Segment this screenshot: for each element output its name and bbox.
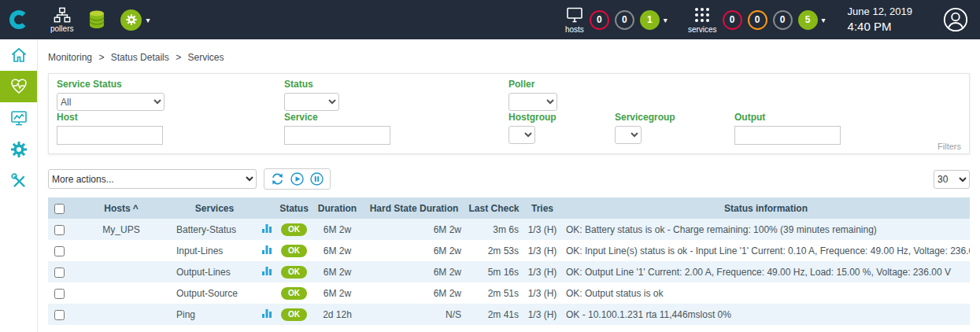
chevron-down-icon[interactable]: ▾ — [664, 16, 668, 24]
status-badge: OK — [281, 245, 307, 257]
refresh-icon[interactable] — [270, 172, 285, 186]
col-header-last-check[interactable]: Last Check — [465, 197, 523, 219]
last-check-cell: 2m 51s — [465, 282, 523, 304]
sidebar-item-reporting[interactable] — [0, 102, 37, 134]
tries-cell: 1/3 (H) — [523, 261, 562, 282]
graph-icon[interactable] — [261, 265, 272, 276]
row-checkbox[interactable] — [54, 225, 65, 235]
col-header-services[interactable]: Services — [172, 197, 257, 219]
status-label: Status — [284, 79, 313, 90]
services-warning-badge[interactable]: 0 — [748, 10, 767, 30]
breadcrumb-monitoring[interactable]: Monitoring — [48, 52, 92, 63]
host-name — [70, 240, 172, 261]
hosts-up-badge[interactable]: 1 — [640, 10, 660, 30]
host-name — [70, 304, 172, 325]
home-icon — [9, 46, 28, 65]
status-information-cell: OK: Battery status is ok - Charge remain… — [562, 219, 970, 240]
service-name[interactable]: Output-Lines — [172, 261, 257, 282]
play-icon[interactable] — [290, 172, 305, 186]
host-name — [70, 282, 172, 304]
database-icon — [87, 9, 106, 30]
duration-cell: 6M 2w — [312, 240, 363, 261]
hard-state-duration-cell: 6M 2w — [363, 240, 465, 261]
row-checkbox[interactable] — [54, 267, 65, 278]
date-text: June 12, 2019 — [848, 6, 912, 19]
chevron-down-icon[interactable]: ▾ — [822, 16, 826, 24]
pollers-menu[interactable]: pollers — [50, 6, 73, 33]
centreon-logo-icon — [9, 10, 28, 29]
more-actions-select[interactable]: More actions... — [48, 169, 257, 189]
database-status-button[interactable] — [87, 9, 106, 30]
services-menu[interactable]: services — [688, 6, 717, 34]
servicegroup-select[interactable] — [615, 126, 642, 144]
user-icon — [942, 6, 969, 33]
last-check-cell: 3m 6s — [465, 219, 523, 240]
service-name[interactable]: Ping — [172, 304, 257, 325]
hosts-menu[interactable]: hosts — [565, 6, 584, 34]
service-status-select[interactable]: All — [57, 93, 165, 111]
col-header-status[interactable]: Status — [276, 197, 312, 219]
centreon-logo[interactable] — [0, 0, 38, 39]
poller-status-icon — [120, 9, 142, 31]
table-row: Output-Source OK 6M 2w 6M 2w 2m 51s 1/3 … — [48, 282, 970, 304]
sidebar-item-administration[interactable] — [0, 165, 37, 197]
services-icon — [693, 6, 712, 24]
duration-cell: 2d 12h — [312, 304, 363, 325]
sidebar-item-configuration[interactable] — [0, 134, 37, 165]
reporting-icon — [9, 109, 28, 127]
row-checkbox[interactable] — [54, 246, 65, 256]
breadcrumb-status-details[interactable]: Status Details — [111, 52, 169, 63]
output-input[interactable] — [734, 126, 841, 145]
service-name[interactable]: Battery-Status — [172, 219, 257, 240]
filter-panel: Service Status All Status Poller Host Se… — [48, 73, 970, 154]
hostgroup-select[interactable] — [508, 126, 535, 144]
services-label: services — [688, 26, 717, 34]
poller-select[interactable] — [508, 93, 557, 111]
status-badge: OK — [281, 266, 307, 279]
col-header-status-information[interactable]: Status information — [562, 197, 970, 219]
service-name[interactable]: Output-Source — [172, 282, 257, 304]
servicegroup-label: Servicegroup — [615, 112, 675, 123]
graph-icon[interactable] — [261, 308, 272, 319]
sidebar-item-home[interactable] — [0, 39, 37, 71]
host-input[interactable] — [57, 126, 163, 145]
hard-state-duration-cell: 6M 2w — [363, 261, 465, 282]
poller-label: Poller — [508, 79, 534, 90]
sidebar-item-monitoring[interactable] — [0, 71, 37, 102]
services-critical-badge[interactable]: 0 — [723, 10, 742, 30]
col-header-hosts[interactable]: Hosts^ — [70, 197, 172, 219]
hard-state-duration-cell: N/S — [363, 304, 465, 325]
col-header-hard-state-duration[interactable]: Hard State Duration — [363, 197, 465, 219]
hosts-down-badge[interactable]: 0 — [590, 10, 609, 30]
status-badge: OK — [281, 308, 307, 321]
service-name[interactable]: Input-Lines — [172, 240, 257, 261]
status-information-cell: OK: Input Line(s) status is ok - Input L… — [562, 240, 970, 261]
breadcrumb-services[interactable]: Services — [187, 52, 224, 63]
chevron-down-icon[interactable]: ▾ — [146, 16, 150, 24]
select-all-checkbox[interactable] — [54, 204, 65, 214]
service-input[interactable] — [284, 126, 390, 145]
status-information-cell: OK - 10.100.1.231 rta 11,446mslost 0% — [562, 304, 970, 325]
hosts-status-group: hosts 0 0 1 ▾ — [565, 6, 668, 34]
col-header-duration[interactable]: Duration — [312, 197, 363, 219]
table-header-row: Hosts^ Services Status Duration Hard Sta… — [48, 197, 970, 219]
services-unknown-badge[interactable]: 0 — [773, 10, 793, 30]
row-checkbox[interactable] — [54, 289, 65, 299]
tries-cell: 1/3 (H) — [523, 240, 562, 261]
pause-icon[interactable] — [309, 172, 324, 186]
toolbar: More actions... 30 — [48, 168, 970, 190]
page-size-select[interactable]: 30 — [934, 170, 970, 189]
graph-icon[interactable] — [261, 223, 272, 234]
user-menu[interactable] — [942, 6, 969, 33]
col-header-tries[interactable]: Tries — [523, 197, 562, 219]
services-ok-badge[interactable]: 5 — [798, 10, 818, 30]
hostgroup-label: Hostgroup — [508, 112, 557, 123]
poller-status-button[interactable]: ▾ — [120, 9, 150, 31]
row-checkbox[interactable] — [54, 310, 65, 320]
service-label: Service — [284, 112, 318, 123]
graph-icon[interactable] — [261, 244, 272, 255]
hosts-unreachable-badge[interactable]: 0 — [615, 10, 634, 30]
host-name — [70, 261, 172, 282]
host-name[interactable]: My_UPS — [70, 219, 172, 240]
status-select[interactable] — [284, 93, 339, 111]
